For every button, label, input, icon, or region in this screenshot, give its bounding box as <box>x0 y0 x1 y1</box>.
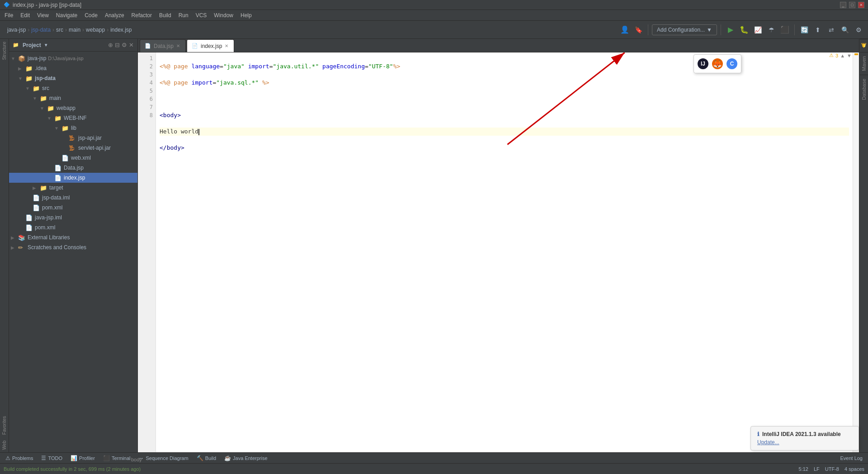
tree-lib[interactable]: ▼ 📁 lib <box>9 123 137 133</box>
profile-button[interactable]: 📈 <box>752 24 764 36</box>
left-vert-panel: Structure Favorites Web <box>0 39 9 452</box>
tree-webapp[interactable]: ▼ 📁 webapp <box>9 103 137 113</box>
collapse-all-btn[interactable]: ⊟ <box>115 42 120 48</box>
structure-tab[interactable]: Structure <box>1 39 8 63</box>
todo-tab[interactable]: ☰ TODO <box>38 454 66 462</box>
tree-idea[interactable]: ▶ 📁 .idea <box>9 63 137 73</box>
breadcrumb-indexjsp[interactable]: index.jsp <box>110 27 132 33</box>
add-configuration-button[interactable]: Add Configuration... ▼ <box>652 24 717 35</box>
tree-src[interactable]: ▼ 📁 src <box>9 83 137 93</box>
sequence-diagram-tab[interactable]: ↔ Sequence Diagram <box>135 454 192 462</box>
add-content-root-btn[interactable]: ⊕ <box>108 42 113 48</box>
project-dropdown[interactable]: ▼ <box>44 43 48 47</box>
xml-icon-pom-inner: 📄 <box>33 204 41 211</box>
tree-web-xml[interactable]: 📄 web.xml <box>9 153 137 163</box>
bottom-context-label: body <box>131 457 142 462</box>
menu-build[interactable]: Build <box>156 11 175 20</box>
settings-button[interactable]: ⚙ <box>853 24 864 36</box>
tree-data-jsp[interactable]: 📄 Data.jsp <box>9 163 137 173</box>
menu-view[interactable]: View <box>33 11 52 20</box>
add-config-label: Add Configuration... <box>657 27 705 33</box>
update2-button[interactable]: ⬆ <box>812 24 824 36</box>
firefox-browser-icon[interactable]: 🦊 <box>712 58 723 69</box>
tab-data-jsp[interactable]: 📄 Data.jsp ✕ <box>140 39 186 52</box>
tree-scratches[interactable]: ▶ ✏ Scratches and Consoles <box>9 242 137 252</box>
chrome-browser-icon[interactable]: C <box>726 58 737 69</box>
tree-jsp-data[interactable]: ▼ 📁 jsp-data <box>9 73 137 83</box>
tree-ext-libs[interactable]: ▶ 📚 External Libraries <box>9 232 137 242</box>
breadcrumb: java-jsp › jsp-data › src › main › webap… <box>7 27 132 33</box>
menu-analyze[interactable]: Analyze <box>101 11 128 20</box>
notifications-tab[interactable]: 🔔 <box>860 39 868 52</box>
tree-main[interactable]: ▼ 📁 main <box>9 93 137 103</box>
debug-button[interactable]: 🐛 <box>738 24 750 36</box>
run-button[interactable]: ▶ <box>725 24 736 36</box>
profiler-tab[interactable]: 📊 Profiler <box>67 454 99 462</box>
xml-icon-web-xml: 📄 <box>61 155 70 161</box>
menu-refactor[interactable]: Refactor <box>128 11 156 20</box>
avatar-button[interactable]: 👤 <box>619 24 631 36</box>
tree-servlet-api-jar[interactable]: 🗜 servlet-api.jar <box>9 143 137 153</box>
tree-pom-xml-inner[interactable]: 📄 pom.xml <box>9 203 137 213</box>
maximize-button[interactable]: □ <box>849 2 855 8</box>
intellij-browser-icon[interactable]: IJ <box>698 58 708 69</box>
problems-tab[interactable]: ⚠ Problems <box>2 454 37 462</box>
event-log-tab[interactable]: Event Log <box>836 455 866 462</box>
gear-btn[interactable]: ⚙ <box>122 42 127 48</box>
breadcrumb-main[interactable]: main <box>69 27 80 33</box>
breadcrumb-src[interactable]: src <box>56 27 63 33</box>
update-link[interactable]: Update... <box>757 439 852 446</box>
menu-file[interactable]: File <box>1 11 17 20</box>
maven-tab[interactable]: Maven <box>860 52 868 75</box>
translate-button[interactable]: ⇄ <box>826 24 837 36</box>
favorites-tab[interactable]: Favorites <box>1 413 8 437</box>
tab-index-jsp[interactable]: 📄 index.jsp ✕ <box>187 39 234 52</box>
tree-java-jsp-iml[interactable]: 📄 java-jsp.iml <box>9 213 137 223</box>
project-folder-icon: 📁 <box>13 42 19 48</box>
folder-icon-src: 📁 <box>33 85 41 92</box>
warning-down-arrow[interactable]: ▼ <box>847 53 852 58</box>
minimize-button[interactable]: _ <box>840 2 846 8</box>
menu-code[interactable]: Code <box>81 11 101 20</box>
tree-pom-xml-outer[interactable]: 📄 pom.xml <box>9 223 137 232</box>
tree-web-inf[interactable]: ▼ 📁 WEB-INF <box>9 113 137 123</box>
coverage-button[interactable]: ☂ <box>765 24 777 36</box>
code-editor[interactable]: <%@ page language="java" import="java.ut… <box>156 52 853 452</box>
terminal-icon: ⬛ <box>103 455 110 461</box>
close-panel-btn[interactable]: ✕ <box>129 42 134 48</box>
menu-vcs[interactable]: VCS <box>192 11 211 20</box>
build-tab[interactable]: 🔨 Build <box>193 454 220 462</box>
terminal-tab[interactable]: ⬛ Terminal <box>99 454 134 462</box>
tab-close-index-jsp[interactable]: ✕ <box>225 43 228 48</box>
java-enterprise-tab[interactable]: ☕ Java Enterprise <box>221 454 271 462</box>
update-button[interactable]: 🔄 <box>798 24 810 36</box>
tree-jsp-data-iml[interactable]: 📄 jsp-data.iml <box>9 193 137 203</box>
build-label: Build <box>205 455 216 461</box>
tree-java-jsp[interactable]: ▼ 📦 java-jsp D:\Java\java-jsp <box>9 53 137 63</box>
breadcrumb-webapp[interactable]: webapp <box>86 27 105 33</box>
menu-navigate[interactable]: Navigate <box>52 11 81 20</box>
search-everywhere-button[interactable]: 🔍 <box>839 24 851 36</box>
breadcrumb-jsp-data[interactable]: jsp-data <box>31 27 51 33</box>
menu-bar: File Edit View Navigate Code Analyze Ref… <box>0 10 868 21</box>
tab-label-data-jsp: Data.jsp <box>154 43 174 49</box>
breadcrumb-java-jsp[interactable]: java-jsp <box>7 27 26 33</box>
tree-index-jsp[interactable]: 📄 index.jsp <box>9 173 137 183</box>
database-tab[interactable]: Database <box>860 75 868 104</box>
warning-up-arrow[interactable]: ▲ <box>840 53 845 58</box>
menu-run[interactable]: Run <box>175 11 192 20</box>
menu-window[interactable]: Window <box>210 11 237 20</box>
stop-button[interactable]: ⬛ <box>779 24 791 36</box>
menu-edit[interactable]: Edit <box>17 11 33 20</box>
tree-jsp-api-jar[interactable]: 🗜 jsp-api.jar <box>9 133 137 143</box>
tree-target[interactable]: ▶ 📁 target <box>9 183 137 193</box>
web-tab[interactable]: Web <box>1 438 8 452</box>
tab-close-data-jsp[interactable]: ✕ <box>176 43 180 48</box>
menu-help[interactable]: Help <box>237 11 255 20</box>
editor-scrollbar[interactable] <box>853 52 859 452</box>
tree-label-servlet-api-jar: servlet-api.jar <box>78 145 111 151</box>
tree-label-ext-libs: External Libraries <box>28 234 70 241</box>
bookmark-button[interactable]: 🔖 <box>632 24 644 36</box>
close-button[interactable]: ✕ <box>858 2 864 8</box>
tree-label-scratches: Scratches and Consoles <box>28 244 86 251</box>
